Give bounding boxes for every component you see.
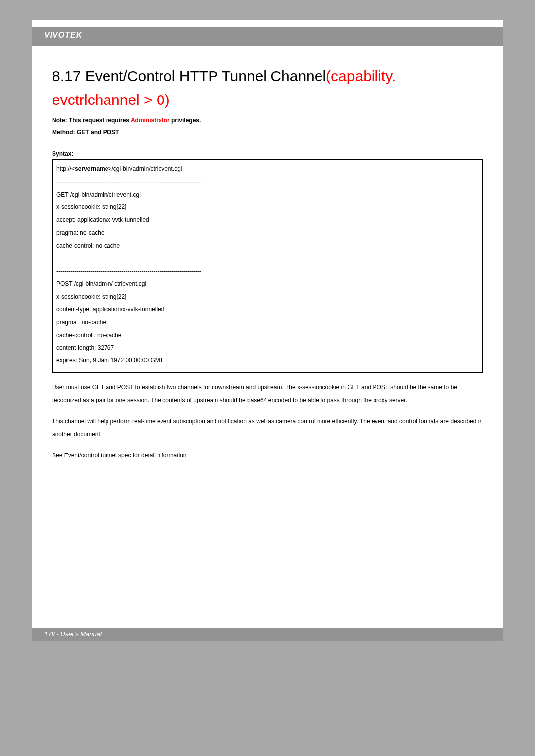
code-line: cache-control: no-cache <box>56 240 479 252</box>
code-line: pragma: no-cache <box>56 227 479 240</box>
code-line: expires: Sun, 9 Jam 1972 00:00:00 GMT <box>56 354 479 367</box>
method-label: Method: <box>52 129 77 136</box>
method-line: Method: GET and POST <box>52 129 483 136</box>
code-line: ----------------------------------------… <box>56 176 479 189</box>
description-paragraph: This channel will help perform real-time… <box>52 415 483 441</box>
heading-main: Event/Control HTTP Tunnel Channel <box>85 68 326 84</box>
code-line: POST /cgi-bin/admin/ ctrlevent.cgi <box>56 278 479 291</box>
content-area: 8.17 Event/Control HTTP Tunnel Channel(c… <box>52 64 483 462</box>
code-line: ----------------------------------------… <box>56 265 479 278</box>
syntax-label: Syntax: <box>52 151 483 157</box>
note-after: privileges. <box>170 117 201 124</box>
footer-band: 178 - User's Manual <box>32 628 503 641</box>
description-paragraph: See Event/control tunnel spec for detail… <box>52 449 483 462</box>
code-line: pragma : no-cache <box>56 316 479 329</box>
code-line: x-sessioncookie: string[22] <box>56 291 479 303</box>
method-value: GET and POST <box>77 129 119 136</box>
note-red: Administrator <box>131 117 170 124</box>
heading-number: 8.17 <box>52 68 85 84</box>
code-line: accept: application/x-vvtk-tunnelled <box>56 214 479 227</box>
code-text: http://< <box>56 165 75 172</box>
code-line: x-sessioncookie: string[22] <box>56 201 479 214</box>
description-paragraph: User must use GET and POST to establish … <box>52 381 483 407</box>
code-box: http://<servername>/cgi-bin/admin/ctrlev… <box>52 159 483 373</box>
code-line: cache-control : no-cache <box>56 329 479 342</box>
note-label: Note: <box>52 117 67 124</box>
note-line: Note: This request requires Administrato… <box>52 117 483 124</box>
header-brand: VIVOTEK <box>44 31 82 40</box>
document-page: VIVOTEK 8.17 Event/Control HTTP Tunnel C… <box>32 20 503 641</box>
description-block: User must use GET and POST to establish … <box>52 381 483 462</box>
header-band: VIVOTEK <box>32 27 503 46</box>
code-line: content-length: 32767 <box>56 342 479 354</box>
code-line: http://<servername>/cgi-bin/admin/ctrlev… <box>56 163 479 176</box>
note-before: This request requires <box>67 117 131 124</box>
code-line: GET /cgi-bin/admin/ctrlevent.cgi <box>56 189 479 202</box>
footer-text: 178 - User's Manual <box>44 630 102 638</box>
code-line: content-type: application/x-vvtk-tunnell… <box>56 303 479 316</box>
code-bold: servername <box>75 165 108 172</box>
section-heading: 8.17 Event/Control HTTP Tunnel Channel(c… <box>52 64 483 112</box>
code-blank <box>56 252 479 265</box>
code-text: >/cgi-bin/admin/ctrlevent.cgi <box>108 165 182 172</box>
